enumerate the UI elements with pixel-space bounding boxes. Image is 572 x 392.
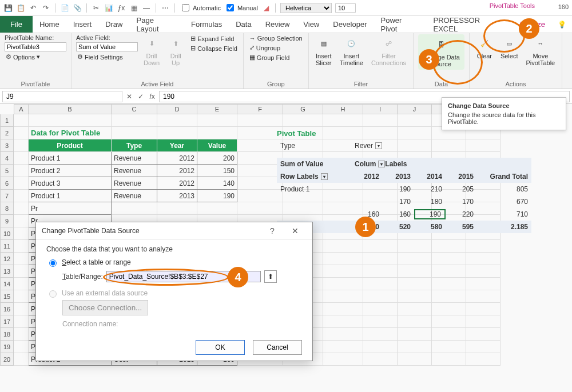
row-17[interactable]: 17 [0,315,14,328]
redo-icon[interactable]: ↷ [41,3,50,13]
cell[interactable] [14,278,29,290]
cell[interactable] [466,315,500,328]
cell[interactable] [14,114,29,127]
row-4[interactable]: 4 [0,152,14,165]
cell[interactable]: Product 1 [29,152,112,165]
tab-review[interactable]: Review [259,16,297,33]
pivot-cell[interactable]: 595 [446,223,477,231]
row-3[interactable]: 3 [0,139,14,152]
cell[interactable] [323,341,363,353]
row-10[interactable]: 10 [0,227,14,240]
ok-button[interactable]: OK [196,340,245,355]
dash-icon[interactable]: — [142,3,151,13]
row-12[interactable]: 12 [0,253,14,265]
cell[interactable] [14,303,29,315]
cell[interactable] [432,328,466,341]
cell[interactable]: Year [157,139,197,152]
fx-icon[interactable]: fx [148,93,157,101]
row-16[interactable]: 16 [0,303,14,315]
tab-data[interactable]: Data [229,16,258,33]
cell[interactable]: Data for Pivot Table [29,127,112,139]
pivot-cell[interactable]: 170 [446,198,477,206]
cell[interactable]: 2012 [157,152,197,165]
cell[interactable] [323,328,363,341]
row-19[interactable]: 19 [0,341,14,353]
pivot-cell[interactable]: 205 [446,185,477,193]
move-pivottable-button[interactable]: ↔ Move PivotTable [523,34,557,67]
tab-power-pivot[interactable]: Power Pivot [374,16,427,33]
cell[interactable]: Revenue [112,177,157,190]
cell[interactable] [14,341,29,353]
field-settings-button[interactable]: ⚙ Field Settings [76,53,138,61]
row-8[interactable]: 8 [0,202,14,215]
pivot-cell[interactable]: 805 [477,185,531,193]
cell[interactable] [363,341,398,353]
cell[interactable] [14,177,29,190]
cell[interactable] [363,253,398,265]
cancel-button[interactable]: Cancel [253,340,302,355]
col-I[interactable]: I [363,104,398,114]
cancel-icon[interactable]: ✕ [125,93,134,101]
cell[interactable] [466,328,500,341]
row-18[interactable]: 18 [0,328,14,341]
enter-icon[interactable]: ✓ [136,93,145,101]
group-field-button[interactable]: ▦ Group Field [248,53,304,62]
cell[interactable] [398,240,432,253]
tab-insert[interactable]: Insert [66,16,99,33]
cell[interactable] [237,127,283,139]
row-5[interactable]: 5 [0,165,14,177]
cell[interactable] [14,139,29,152]
cell[interactable] [398,353,432,366]
cell[interactable]: Pr [29,202,112,215]
cell[interactable] [323,253,363,265]
cell[interactable] [14,152,29,165]
row-13[interactable]: 13 [0,265,14,278]
cell[interactable] [197,114,237,127]
cell[interactable] [14,353,29,366]
pivot-cell[interactable]: 190 [414,209,446,219]
cell[interactable] [432,315,466,328]
cell[interactable] [398,341,432,353]
cell[interactable] [237,139,283,152]
cell[interactable] [398,315,432,328]
dots-icon[interactable]: ⋯ [161,3,170,13]
cell[interactable] [237,152,283,165]
cell[interactable]: 2013 [157,190,197,202]
options-button[interactable]: ⚙ Options ▾ [5,53,66,61]
pivot-cell[interactable]: 710 [477,210,531,218]
cut-icon[interactable]: ✂ [92,3,101,13]
cell[interactable] [398,253,432,265]
cell[interactable] [466,278,500,290]
tab-view[interactable]: View [296,16,326,33]
pivot-icon[interactable]: ▦ [129,3,138,13]
cell[interactable] [197,202,237,215]
cell[interactable] [14,265,29,278]
tell-me-icon[interactable]: 💡 [552,16,572,33]
active-field-input[interactable] [76,42,138,51]
pivot-cell[interactable]: 580 [414,223,446,231]
cell[interactable] [14,253,29,265]
cell[interactable] [237,165,283,177]
drill-up-button[interactable]: ⬆ Drill Up [165,34,186,67]
cell[interactable] [466,303,500,315]
cell[interactable] [398,278,432,290]
cell[interactable]: Type [112,139,157,152]
cell[interactable] [363,353,398,366]
cell[interactable] [112,114,157,127]
cell[interactable]: Revenue [112,165,157,177]
help-button[interactable]: ? [261,226,284,235]
cell[interactable] [323,265,363,278]
col-B[interactable]: B [29,104,112,114]
cell[interactable] [398,114,432,127]
cell[interactable] [14,165,29,177]
cell[interactable] [112,202,157,215]
cell[interactable]: Value [197,139,237,152]
cell[interactable] [237,177,283,190]
cell[interactable] [14,202,29,215]
cell[interactable] [14,290,29,303]
cell[interactable] [323,290,363,303]
cell[interactable] [323,303,363,315]
cell[interactable] [432,290,466,303]
cell[interactable] [363,290,398,303]
cell[interactable] [398,265,432,278]
